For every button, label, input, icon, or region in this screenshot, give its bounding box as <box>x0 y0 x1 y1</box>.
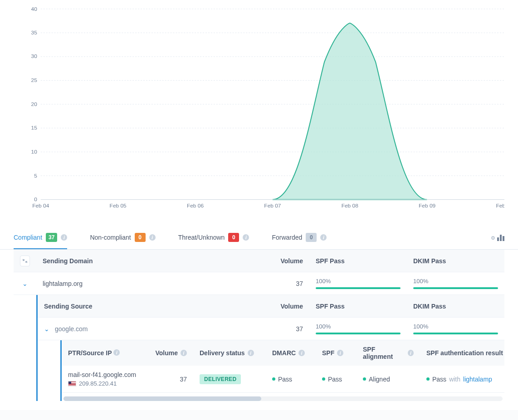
col-volume[interactable]: Volume <box>237 297 309 315</box>
status-dot-icon <box>272 377 275 381</box>
status-dot-icon <box>426 377 430 381</box>
column-settings-button[interactable]: ⚙ <box>491 235 504 241</box>
status-dot-icon <box>322 377 325 381</box>
svg-text:Feb 07: Feb 07 <box>264 203 281 208</box>
info-icon[interactable]: i <box>337 350 343 356</box>
spf-pass-cell: 100% <box>309 318 407 340</box>
table-row: ⌄ google.com 37 100% 100% <box>38 318 504 340</box>
delivery-cell: DELIVERED <box>193 369 266 390</box>
svg-text:5: 5 <box>34 173 37 179</box>
col-sending-source[interactable]: Sending Source <box>38 297 237 315</box>
table-header: Sending Domain Volume SPF Pass DKIM Pass <box>14 250 504 272</box>
volume-chart: 40 35 30 25 20 15 10 5 0 Feb 04 Feb 05 F… <box>0 0 518 217</box>
tab-threat[interactable]: Threat/Unknown 0 i <box>178 227 249 249</box>
svg-text:Feb 05: Feb 05 <box>110 203 127 208</box>
chart-area-series <box>273 23 427 199</box>
svg-text:30: 30 <box>31 53 38 59</box>
col-ptr[interactable]: PTR/Source IPi <box>62 344 148 362</box>
volume-cell: 37 <box>237 320 309 338</box>
results-table: Sending Domain Volume SPF Pass DKIM Pass… <box>0 250 518 410</box>
tab-count-badge: 0 <box>306 233 317 242</box>
ip-detail-table: PTR/Source IPi Volumei Delivery statusi … <box>60 340 504 401</box>
col-dkim-pass[interactable]: DKIM Pass <box>407 297 504 315</box>
spf-alignment-cell: Aligned <box>357 370 420 388</box>
status-dot-icon <box>363 377 366 381</box>
chevron-down-icon[interactable]: ⌄ <box>22 280 28 287</box>
svg-text:Feb 06: Feb 06 <box>187 203 204 208</box>
info-icon[interactable]: i <box>61 234 67 241</box>
svg-text:0: 0 <box>34 196 37 203</box>
svg-text:10: 10 <box>31 149 38 155</box>
progress-bar <box>316 287 401 289</box>
tab-count-badge: 0 <box>135 233 146 242</box>
tab-label: Compliant <box>14 234 42 241</box>
delivered-badge: DELIVERED <box>200 374 241 384</box>
spf-cell: Pass <box>316 370 357 388</box>
volume-cell: 37 <box>237 275 309 293</box>
tab-noncompliant[interactable]: Non-compliant 0 i <box>90 227 155 249</box>
sending-source-cell[interactable]: google.com <box>55 325 88 333</box>
col-volume[interactable]: Volume <box>237 252 309 270</box>
dmarc-cell: Pass <box>266 370 316 388</box>
table-row: mail-sor-f41.google.com 209.85.220.41 37… <box>62 366 504 393</box>
info-icon[interactable]: i <box>149 234 156 241</box>
gear-icon: ⚙ <box>491 235 495 241</box>
col-volume[interactable]: Volumei <box>148 344 193 362</box>
spf-pass-cell: 100% <box>309 272 407 294</box>
nested-source-table: Sending Source Volume SPF Pass DKIM Pass… <box>36 295 504 401</box>
col-sending-domain[interactable]: Sending Domain <box>36 252 237 270</box>
col-spf-pass[interactable]: SPF Pass <box>309 252 407 270</box>
collapse-icon <box>22 258 28 264</box>
tab-forwarded[interactable]: Forwarded 0 i <box>272 227 327 249</box>
svg-text:35: 35 <box>31 29 38 36</box>
svg-text:Feb 08: Feb 08 <box>342 203 358 208</box>
col-spf[interactable]: SPFi <box>316 344 357 362</box>
info-icon[interactable]: i <box>113 349 120 356</box>
sending-domain-cell[interactable]: lightalamp.org <box>36 275 237 293</box>
tab-count-badge: 0 <box>228 233 239 242</box>
progress-bar <box>316 333 401 334</box>
progress-bar <box>413 333 498 334</box>
info-icon[interactable]: i <box>248 350 254 356</box>
dkim-pass-cell: 100% <box>407 318 504 340</box>
ptr-cell: mail-sor-f41.google.com 209.85.220.41 <box>62 366 148 392</box>
tab-label: Forwarded <box>272 234 302 241</box>
horizontal-scrollbar[interactable] <box>64 396 503 401</box>
volume-cell: 37 <box>148 370 193 388</box>
table-row: ⌄ lightalamp.org 37 100% 100% <box>14 272 504 295</box>
col-delivery[interactable]: Delivery statusi <box>193 344 266 362</box>
tab-compliant[interactable]: Compliant 37 i <box>14 227 67 249</box>
col-dmarc[interactable]: DMARCi <box>266 344 316 362</box>
svg-text:40: 40 <box>31 6 38 12</box>
y-axis: 40 35 30 25 20 15 10 5 0 <box>31 6 504 203</box>
svg-text:Feb 09: Feb 09 <box>419 203 435 208</box>
info-icon[interactable]: i <box>320 234 327 241</box>
table-header: PTR/Source IPi Volumei Delivery statusi … <box>62 340 504 366</box>
x-axis: Feb 04 Feb 05 Feb 06 Feb 07 Feb 08 Feb 0… <box>32 203 504 208</box>
progress-bar <box>413 287 498 289</box>
dkim-pass-cell: 100% <box>407 272 504 294</box>
spf-auth-cell: Pass with lightalamp <box>420 370 504 388</box>
svg-text:25: 25 <box>31 77 38 83</box>
svg-text:Feb 04: Feb 04 <box>32 203 49 208</box>
info-icon[interactable]: i <box>181 350 187 356</box>
chevron-down-icon[interactable]: ⌄ <box>44 325 49 333</box>
info-icon[interactable]: i <box>243 234 249 241</box>
col-spf-auth[interactable]: SPF authentication result <box>420 344 504 362</box>
table-header: Sending Source Volume SPF Pass DKIM Pass <box>38 295 504 318</box>
ip-address: 209.85.220.41 <box>79 380 117 387</box>
svg-text:15: 15 <box>31 125 38 131</box>
tab-count-badge: 37 <box>46 233 57 242</box>
svg-text:20: 20 <box>31 101 38 107</box>
info-icon[interactable]: i <box>408 350 414 356</box>
col-spf-alignment[interactable]: SPF alignmenti <box>357 340 420 366</box>
us-flag-icon <box>68 381 76 386</box>
auth-domain-link[interactable]: lightalamp <box>463 376 492 383</box>
col-dkim-pass[interactable]: DKIM Pass <box>407 252 504 270</box>
info-icon[interactable]: i <box>298 350 305 356</box>
svg-text:Feb 10: Feb 10 <box>496 203 504 208</box>
collapse-all-button[interactable] <box>20 256 30 266</box>
col-spf-pass[interactable]: SPF Pass <box>309 297 407 315</box>
tab-label: Threat/Unknown <box>178 234 225 241</box>
tab-label: Non-compliant <box>90 234 131 241</box>
